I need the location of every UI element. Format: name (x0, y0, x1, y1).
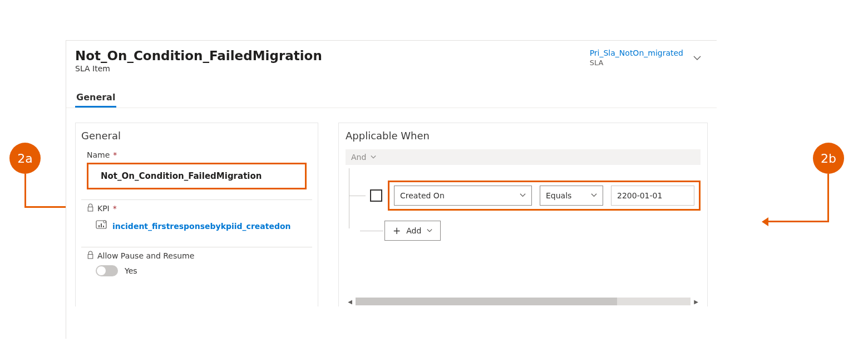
kpi-label: KPI* (87, 203, 307, 213)
allow-pause-field: Allow Pause and Resume Yes (81, 247, 312, 280)
callout-2b-label: 2b (821, 152, 836, 165)
callout-2a-line-v (24, 174, 26, 207)
add-condition-button[interactable]: + Add (384, 221, 441, 241)
lock-icon (87, 251, 94, 261)
name-field: Name* Not_On_Condition_FailedMigration (81, 147, 312, 193)
callout-2a-line-h (24, 206, 69, 208)
name-value: Not_On_Condition_FailedMigration (101, 171, 262, 181)
callout-2b-line-h (768, 221, 829, 222)
condition-field-value: Created On (400, 191, 445, 200)
callout-2b: 2b (813, 143, 844, 174)
name-label: Name* (87, 150, 307, 159)
svg-point-4 (103, 221, 106, 223)
kpi-entity-icon (96, 220, 107, 232)
scroll-thumb[interactable] (356, 298, 617, 305)
lock-icon (87, 203, 94, 213)
allow-pause-value: Yes (125, 266, 137, 275)
general-panel: General Name* Not_On_Condition_FailedMig… (75, 123, 318, 306)
plus-icon: + (393, 226, 401, 236)
svg-rect-3 (103, 226, 104, 227)
entity-type: SLA Item (75, 64, 322, 73)
horizontal-scrollbar[interactable]: ◀ ▶ (346, 296, 701, 306)
add-label: Add (406, 226, 421, 235)
general-section-title: General (81, 130, 312, 142)
callout-2b-line-v (827, 174, 829, 222)
kpi-label-text: KPI (97, 204, 110, 213)
app-frame: Not_On_Condition_FailedMigration SLA Ite… (66, 40, 717, 339)
callout-2a: 2a (9, 143, 41, 174)
required-mark: * (113, 204, 117, 213)
scroll-right-arrow[interactable]: ▶ (692, 297, 701, 306)
condition-value: 2200-01-01 (617, 191, 662, 200)
chevron-down-icon (520, 191, 526, 200)
kpi-value[interactable]: incident_firstresponsebykpiid_createdon (112, 222, 291, 231)
allow-pause-toggle-row: Yes (87, 261, 307, 276)
page-title: Not_On_Condition_FailedMigration (75, 48, 322, 63)
name-label-text: Name (87, 150, 110, 159)
condition-highlight: Created On Equals 2200-01- (388, 181, 701, 211)
content-area: General Name* Not_On_Condition_FailedMig… (66, 108, 717, 306)
chevron-down-icon[interactable] (691, 52, 703, 64)
svg-rect-2 (101, 223, 102, 227)
chevron-down-icon (427, 226, 432, 235)
scroll-track-bar[interactable] (356, 298, 691, 305)
parent-sla-link[interactable]: Pri_Sla_NotOn_migrated (590, 48, 683, 57)
callout-2a-label: 2a (17, 152, 32, 165)
page-header: Not_On_Condition_FailedMigration SLA Ite… (66, 41, 717, 73)
group-operator-chip[interactable]: And (346, 149, 701, 165)
applicable-when-panel: Applicable When And Created On (338, 123, 708, 306)
condition-row: Created On Equals 2200-01- (357, 181, 701, 211)
name-value-highlight[interactable]: Not_On_Condition_FailedMigration (87, 163, 307, 189)
condition-value-input[interactable]: 2200-01-01 (611, 186, 694, 206)
allow-pause-label-text: Allow Pause and Resume (97, 251, 194, 260)
condition-field-select[interactable]: Created On (394, 186, 532, 206)
condition-operator-select[interactable]: Equals (540, 186, 603, 206)
kpi-value-row[interactable]: incident_firstresponsebykpiid_createdon (87, 213, 307, 237)
required-mark: * (113, 150, 117, 159)
applicable-when-title: Applicable When (346, 130, 701, 142)
tab-general[interactable]: General (75, 89, 116, 108)
chevron-down-icon (591, 191, 597, 200)
tab-bar: General (66, 89, 717, 108)
callout-2b-arrow (762, 217, 768, 226)
svg-rect-1 (98, 225, 100, 227)
add-condition-row: + Add (384, 221, 701, 241)
allow-pause-label: Allow Pause and Resume (87, 251, 307, 261)
group-operator-label: And (351, 153, 366, 162)
scroll-left-arrow[interactable]: ◀ (346, 297, 354, 306)
kpi-field: KPI* incident_firstresponsebykpiid_creat… (81, 200, 312, 240)
chevron-down-icon (371, 153, 376, 162)
allow-pause-toggle[interactable] (96, 265, 118, 276)
parent-sla-type: SLA (590, 59, 683, 67)
condition-operator-value: Equals (546, 191, 571, 200)
condition-tree: Created On Equals 2200-01- (346, 168, 701, 246)
condition-checkbox[interactable] (370, 189, 382, 202)
